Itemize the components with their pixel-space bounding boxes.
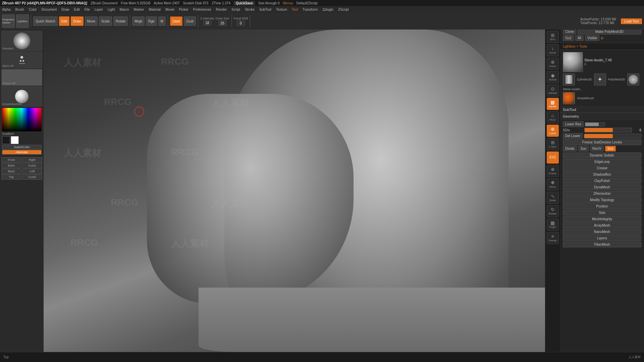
menu-edit[interactable]: Edit	[74, 8, 80, 11]
alpha-thumb[interactable]: Alpha Off	[1, 52, 42, 68]
reuv-btn[interactable]: ReUV	[590, 146, 604, 152]
mrgb-btn[interactable]: Mrgb	[132, 16, 145, 26]
edit-btn[interactable]: Edit	[59, 16, 69, 26]
spix-btn[interactable]: ⊞ SPix	[547, 31, 559, 43]
shadowbox-btn[interactable]: ShadowBox	[563, 172, 641, 177]
menu-brush[interactable]: Brush	[15, 8, 24, 11]
menu-picker[interactable]: Picker	[179, 8, 189, 11]
menu-preferences[interactable]: Preferences	[193, 8, 211, 11]
front-btn[interactable]: Front	[1, 157, 21, 163]
tool-thumb-mesh[interactable]	[627, 73, 639, 85]
go2-btn[interactable]: Go2	[563, 35, 574, 41]
color-swatch[interactable]	[2, 108, 42, 131]
menu-draw[interactable]: Draw	[61, 8, 69, 11]
zadd-btn[interactable]: Zadd	[170, 16, 182, 26]
m-btn[interactable]: M	[158, 16, 166, 26]
lightbox-btn[interactable]: LightBox	[16, 14, 29, 28]
mesh-integrity-btn[interactable]: MeshIntegrity	[563, 216, 641, 222]
back-btn[interactable]: Back	[1, 169, 21, 174]
tool-thumb-polymesh[interactable]: ✦	[594, 73, 606, 85]
floor-btn[interactable]: ⌂ Floor	[547, 111, 559, 123]
menu-light[interactable]: Light	[108, 8, 115, 11]
size-btn[interactable]: Size	[563, 210, 641, 216]
undo-selector-btn[interactable]: Load Tool	[621, 18, 642, 24]
menus[interactable]: Menus	[283, 1, 293, 5]
geometry-header[interactable]: Geometry	[560, 113, 644, 120]
freeze-subdiv-btn[interactable]: Freeze SubDivision Levels	[563, 139, 641, 145]
frame-btn[interactable]: ⊕ Frame	[547, 165, 559, 177]
cust2-btn[interactable]: Cust2	[22, 174, 42, 180]
simple-brush-thumb[interactable]	[563, 92, 575, 104]
divide-btn[interactable]: Divide	[563, 146, 577, 152]
draw-size-val[interactable]: 25	[218, 20, 226, 26]
menu-tool[interactable]: Tool	[292, 8, 298, 11]
foreground-color[interactable]	[2, 136, 10, 144]
see-through[interactable]: See-through 0	[258, 1, 279, 5]
menu-movie[interactable]: Movie	[165, 8, 174, 11]
quick-save-btn[interactable]: QuickSave	[234, 1, 255, 5]
menu-transform[interactable]: Transform	[303, 8, 318, 11]
menu-material[interactable]: Material	[149, 8, 161, 11]
dynamic-subdiv-btn[interactable]: Dynamic Subdiv	[563, 153, 641, 158]
lower-res-slider[interactable]	[585, 122, 605, 126]
projection-master-btn[interactable]: Projection Master	[2, 14, 15, 28]
texture-thumb[interactable]: Texture Off	[1, 69, 42, 86]
menu-marker[interactable]: Marker	[133, 8, 144, 11]
claypolish-btn[interactable]: ClayPolish	[563, 178, 641, 184]
menu-render[interactable]: Render	[216, 8, 227, 11]
modify-topology-btn[interactable]: Modify Topology	[563, 197, 641, 203]
botm-btn[interactable]: Botm	[1, 163, 21, 168]
zsub-btn[interactable]: Zsub	[184, 16, 196, 26]
zremesher-btn[interactable]: ZRemesher	[563, 191, 641, 196]
layers-btn[interactable]: Layers	[563, 235, 641, 241]
menu-macro[interactable]: Macro	[120, 8, 129, 11]
menu-alpha[interactable]: Alpha	[2, 8, 11, 11]
scroll-btn[interactable]: ↕ Scroll	[547, 44, 559, 56]
visible-btn[interactable]: Visible	[585, 35, 599, 41]
menu-file[interactable]: File	[85, 8, 90, 11]
del-lower-btn[interactable]: Del Lower	[563, 133, 583, 139]
array-mesh-btn[interactable]: ArrayMesh	[563, 223, 641, 228]
position-btn[interactable]: Position	[563, 203, 641, 209]
zoom-btn[interactable]: ⊕ Zoom	[547, 58, 559, 70]
menu-stroke[interactable]: Stroke	[245, 8, 255, 11]
background-color[interactable]	[11, 136, 19, 144]
current-tool-thumb[interactable]	[563, 52, 583, 72]
subtool-header[interactable]: SubTool	[560, 107, 644, 113]
clone-btn[interactable]: Clone	[563, 29, 576, 35]
scale-view-btn[interactable]: ⤡ Scale	[547, 192, 559, 204]
make-polymesh-btn[interactable]: Make PolyMesh3D	[578, 29, 641, 35]
edgeloop-btn[interactable]: EdgeLoop	[563, 159, 641, 165]
menu-zplugin[interactable]: Zplugin	[322, 8, 333, 11]
lsym-btn[interactable]: ⊞ L.Sym	[547, 138, 559, 150]
cust1-btn[interactable]: Cust1	[22, 163, 42, 168]
menu-layer[interactable]: Layer	[95, 8, 103, 11]
material-thumb[interactable]: SimpleMeshMat	[1, 86, 42, 107]
menu-color[interactable]: Color	[29, 8, 37, 11]
polyf-btn[interactable]: ▦ PolyF	[547, 219, 559, 231]
menu-texture[interactable]: Texture	[276, 8, 287, 11]
move-view-btn[interactable]: ✥ Move	[547, 178, 559, 190]
rotate-view-btn[interactable]: ↻ Rotate	[547, 205, 559, 217]
transp-btn[interactable]: ≡ Transp	[547, 232, 559, 244]
right-btn[interactable]: Rght	[22, 157, 42, 163]
move-btn[interactable]: Move	[85, 16, 98, 26]
aahalf-btn[interactable]: ⊙ AAHalf	[547, 84, 559, 97]
quick-sketch-btn[interactable]: Quick Sketch	[33, 16, 58, 26]
gyrate-btn[interactable]: ▦ Gyrate	[547, 98, 559, 110]
rotate-btn[interactable]: Rotate	[113, 16, 128, 26]
z-intensity-val[interactable]: 18	[203, 20, 211, 25]
menu-zscript[interactable]: ZScript	[338, 8, 349, 11]
fiber-mesh-btn[interactable]: FiberMesh	[563, 242, 641, 247]
top-btn[interactable]: Top	[1, 174, 21, 180]
left-btn[interactable]: Left	[22, 169, 42, 174]
del-slider[interactable]	[584, 134, 641, 138]
menu-script[interactable]: Script	[231, 8, 240, 11]
all-btn[interactable]: All	[575, 35, 584, 41]
menu-document[interactable]: Document	[42, 8, 57, 11]
lower-res-btn[interactable]: Lower Res	[563, 121, 584, 127]
alternate-btn[interactable]: Alternate	[2, 150, 42, 155]
canvas-area[interactable]: 人人素材 RRCG RRCG 人人素材 人人素材 RRCG RRCG 人人素材 …	[44, 29, 560, 352]
menu-subtool[interactable]: SubTool	[259, 8, 271, 11]
lightbox-tools-label[interactable]: Lightbox > Tools	[563, 44, 641, 49]
